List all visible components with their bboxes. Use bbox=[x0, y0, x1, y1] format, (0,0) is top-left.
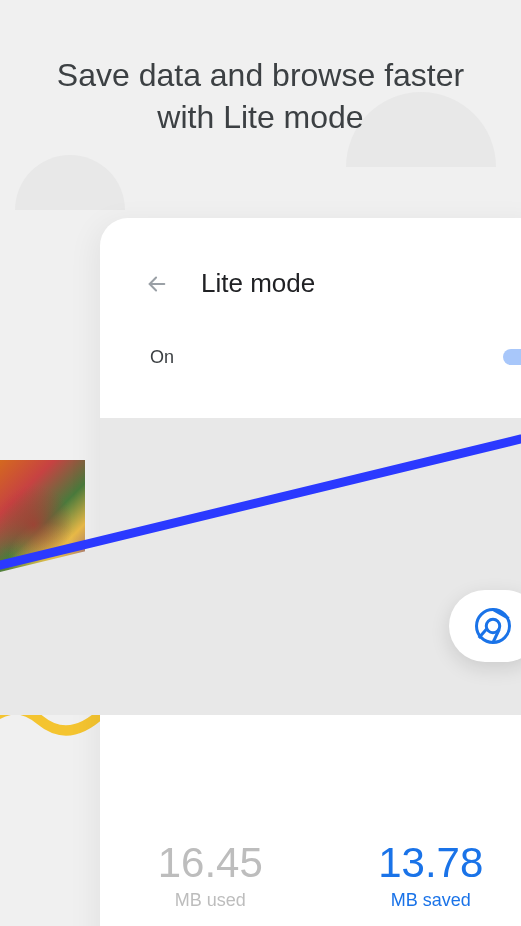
headline: Save data and browse faster with Lite mo… bbox=[0, 55, 521, 138]
mb-saved-value: 13.78 bbox=[378, 842, 483, 884]
chrome-button[interactable] bbox=[449, 590, 521, 662]
back-arrow-icon[interactable] bbox=[145, 272, 169, 296]
cloud-decoration-left bbox=[15, 155, 125, 210]
stats-area: 16.45 MB used 13.78 MB saved bbox=[100, 812, 521, 926]
data-chart-line bbox=[0, 415, 521, 715]
toggle-label: On bbox=[150, 347, 174, 368]
mb-used-label: MB used bbox=[158, 890, 263, 911]
card-title: Lite mode bbox=[201, 268, 315, 299]
stat-mb-saved: 13.78 MB saved bbox=[378, 842, 483, 911]
card-header: Lite mode bbox=[100, 218, 521, 334]
stat-mb-used: 16.45 MB used bbox=[158, 842, 263, 911]
lite-mode-toggle[interactable] bbox=[503, 344, 521, 370]
chrome-icon bbox=[475, 608, 511, 644]
toggle-row: On bbox=[100, 334, 521, 370]
mb-saved-label: MB saved bbox=[378, 890, 483, 911]
mb-used-value: 16.45 bbox=[158, 842, 263, 884]
